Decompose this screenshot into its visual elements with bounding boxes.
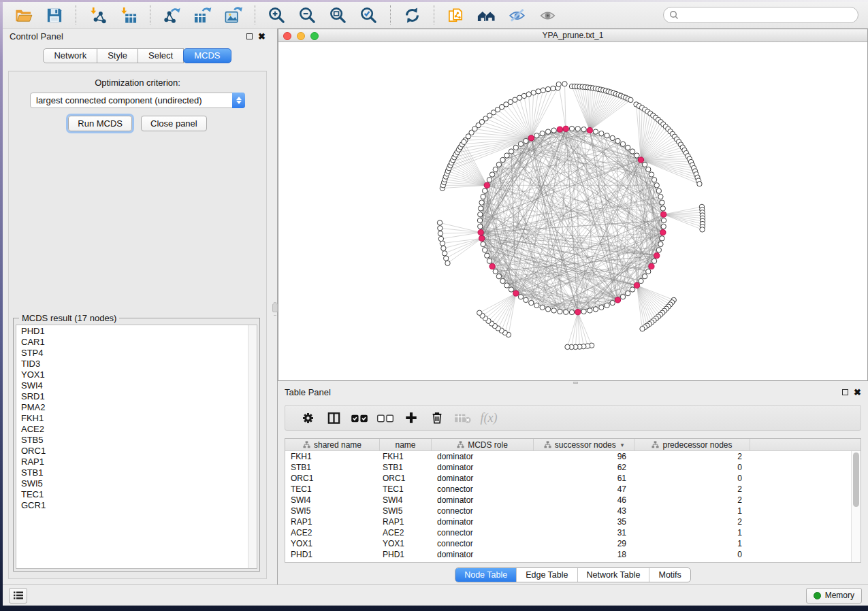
table-row[interactable]: FKH1FKH1dominator962 (285, 451, 861, 462)
table-row[interactable]: PHD1PHD1dominator180 (285, 549, 861, 560)
table-row[interactable]: ORC1ORC1dominator610 (285, 473, 861, 484)
task-history-button[interactable] (9, 588, 27, 604)
zoom-fit-button[interactable] (325, 4, 351, 26)
table-cell: connector (432, 538, 534, 549)
result-item[interactable]: CAR1 (16, 337, 247, 348)
table-row[interactable]: RAP1RAP1dominator352 (285, 516, 861, 527)
column-header-predecessor-nodes[interactable]: predecessor nodes (634, 439, 750, 450)
save-session-button[interactable] (42, 4, 67, 26)
tab-network[interactable]: Network (43, 48, 97, 63)
result-item[interactable]: PHD1 (16, 326, 247, 337)
home-layout-button[interactable] (474, 4, 499, 26)
result-item[interactable]: ORC1 (16, 446, 247, 457)
table-cell: dominator (432, 495, 534, 506)
result-item[interactable]: SRD1 (16, 391, 247, 402)
clone-network-button[interactable] (443, 4, 468, 26)
network-window-titlebar[interactable]: YPA_prune.txt_1 (278, 29, 867, 42)
result-item[interactable]: YOX1 (16, 369, 247, 380)
select-all-button[interactable] (347, 408, 372, 428)
table-tab-edge-table[interactable]: Edge Table (516, 568, 577, 582)
table-tab-network-table[interactable]: Network Table (577, 568, 649, 582)
result-item[interactable]: STB5 (16, 435, 247, 446)
table-cell: 62 (534, 462, 634, 473)
tab-mcds[interactable]: MCDS (183, 48, 231, 63)
table-cell: 43 (534, 506, 634, 516)
import-network-button[interactable] (85, 4, 110, 26)
result-item[interactable]: FKH1 (16, 413, 247, 424)
table-scrollbar[interactable] (851, 451, 861, 562)
memory-button[interactable]: Memory (806, 588, 862, 604)
toolbar-separator (76, 5, 76, 24)
minimize-window-icon[interactable] (297, 32, 305, 40)
mcds-result-list[interactable]: PHD1CAR1STP4TID3YOX1SWI4SRD1PMA2FKH1ACE2… (16, 325, 257, 569)
vertical-splitter[interactable] (272, 29, 278, 584)
result-item[interactable]: RAP1 (16, 457, 247, 467)
close-panel-button[interactable]: Close panel (141, 116, 207, 131)
table-cell: YOX1 (285, 538, 380, 549)
add-column-button[interactable] (398, 408, 424, 428)
zoom-in-button[interactable] (264, 4, 289, 26)
column-header-shared-name[interactable]: shared name (285, 439, 380, 450)
search-box[interactable] (663, 7, 858, 23)
show-panel-button[interactable] (535, 4, 560, 26)
close-window-icon[interactable] (283, 32, 291, 40)
table-row[interactable]: YOX1YOX1connector291 (285, 538, 861, 549)
export-image-button[interactable] (221, 4, 246, 26)
zoom-out-button[interactable] (295, 4, 320, 26)
refresh-button[interactable] (400, 4, 425, 26)
table-tab-node-table[interactable]: Node Table (455, 568, 516, 582)
zoom-fit-icon (329, 6, 347, 24)
result-item[interactable]: SWI5 (16, 478, 247, 489)
delete-column-icon (430, 411, 444, 425)
result-list-scrollbar[interactable] (248, 325, 257, 568)
mcds-panel: Optimization criterion: largest connecte… (8, 71, 267, 579)
table-row[interactable]: STB1STB1dominator620 (285, 462, 861, 473)
table-row[interactable]: ACE2ACE2connector311 (285, 527, 861, 538)
close-table-panel-icon[interactable]: ✖ (854, 388, 861, 397)
column-header-name[interactable]: name (380, 439, 432, 450)
table-scrollbar-thumb[interactable] (853, 452, 859, 507)
float-panel-icon[interactable] (246, 33, 253, 39)
show-panel-icon (539, 6, 557, 24)
result-item[interactable]: STP4 (16, 348, 247, 359)
columns-button[interactable] (321, 408, 347, 428)
result-item[interactable]: ACE2 (16, 424, 247, 435)
column-header-MCDS-role[interactable]: MCDS role (432, 439, 534, 450)
table-tab-motifs[interactable]: Motifs (649, 568, 690, 582)
maximize-window-icon[interactable] (310, 32, 319, 40)
result-item[interactable]: TEC1 (16, 489, 247, 500)
table-row[interactable]: TEC1TEC1connector472 (285, 484, 861, 495)
hide-panel-button[interactable] (504, 4, 530, 26)
table-panel: Table Panel ✖ f(x) shared namenameMCDS r… (278, 384, 868, 584)
unselect-all-button[interactable] (372, 408, 398, 428)
zoom-selected-button[interactable] (356, 4, 381, 26)
export-network-button[interactable] (159, 4, 184, 26)
sitemap-icon (303, 441, 310, 448)
table-tabs-row: Node TableEdge TableNetwork TableMotifs (278, 565, 868, 584)
delete-column-button[interactable] (424, 408, 450, 428)
result-item[interactable]: STB1 (16, 467, 247, 478)
splitter-grip-icon[interactable] (272, 303, 278, 312)
table-cell: 2 (634, 484, 750, 495)
column-header-successor-nodes[interactable]: successor nodes▾ (534, 439, 634, 450)
result-item[interactable]: TID3 (16, 359, 247, 369)
tab-select[interactable]: Select (138, 48, 184, 63)
result-item[interactable]: SWI4 (16, 380, 247, 391)
table-cell: 96 (534, 451, 634, 462)
run-mcds-button[interactable]: Run MCDS (68, 116, 132, 131)
search-input[interactable] (682, 10, 852, 20)
network-canvas[interactable] (278, 42, 867, 380)
close-panel-icon[interactable]: ✖ (258, 32, 266, 41)
table-row[interactable]: SWI4SWI4dominator462 (285, 495, 861, 506)
tab-style[interactable]: Style (97, 48, 138, 63)
open-file-button[interactable] (11, 4, 36, 26)
import-table-button[interactable] (116, 4, 141, 26)
table-toolbar: f(x) (285, 405, 861, 431)
float-table-panel-icon[interactable] (842, 389, 848, 395)
result-item[interactable]: PMA2 (16, 402, 247, 413)
result-item[interactable]: GCR1 (16, 500, 247, 511)
criterion-select[interactable]: largest connected component (undirected) (30, 93, 245, 108)
export-table-button[interactable] (190, 4, 215, 26)
table-row[interactable]: SWI5SWI5connector431 (285, 506, 861, 516)
gear-button[interactable] (295, 408, 321, 428)
